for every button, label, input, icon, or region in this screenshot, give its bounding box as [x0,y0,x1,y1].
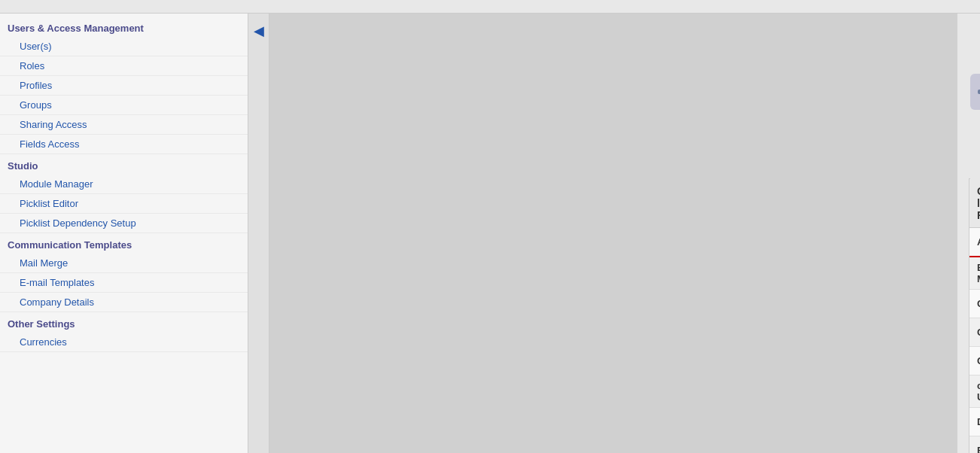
top-bar [0,0,980,14]
sidebar-item-picklist-dependency[interactable]: Picklist Dependency Setup [0,214,248,233]
app-wrapper: Users & Access Management User(s) Roles … [0,0,980,453]
main-area: Users & Access Management User(s) Roles … [0,14,980,453]
sidebar-item-profiles[interactable]: Profiles [0,76,248,96]
content-area: Settings > Editing Sharing Access Manage… [957,14,980,453]
sidebar: Users & Access Management User(s) Roles … [0,14,248,453]
rules-header: Organization-level Sharing Rules Save Pe… [969,179,980,228]
table-row: CalendarPrivatePublic: Read OnlyPublic: … [969,289,980,318]
rule-label: Campaigns [969,318,980,346]
sidebar-item-fields-access[interactable]: Fields Access [0,135,248,154]
sidebar-section-header-communication: Communication Templates [0,233,248,254]
rule-label: Assets [969,228,980,257]
rules-title: Organization-level Sharing Rules [977,185,980,221]
table-row: EmailPrivatePublic: Read OnlyPublic: Rea… [969,436,980,453]
rules-container: Organization-level Sharing Rules Save Pe… [969,178,970,453]
table-row: Business MapsPrivatePublic: Read OnlyPub… [969,257,980,290]
rules-table: AssetsPrivatePublic: Read OnlyPublic: Re… [969,228,980,453]
rule-label: coreBOS Updater [969,375,980,407]
rule-label: Calendar [969,289,980,318]
sidebar-section-header-studio: Studio [0,154,248,175]
sidebar-section-studio: Studio Module Manager Picklist Editor Pi… [0,154,248,233]
sidebar-item-groups[interactable]: Groups [0,96,248,115]
sidebar-item-mail-merge[interactable]: Mail Merge [0,254,248,273]
sidebar-section-header-other: Other Settings [0,312,248,333]
rule-label: Business Maps [969,257,980,290]
sidebar-item-roles[interactable]: Roles [0,56,248,76]
rule-label: Email [969,436,980,453]
page-icon [969,72,980,111]
sidebar-item-users[interactable]: User(s) [0,37,248,56]
sidebar-item-module-manager[interactable]: Module Manager [0,175,248,194]
sidebar-item-picklist-editor[interactable]: Picklist Editor [0,194,248,214]
rule-label: Documents [969,407,980,436]
collapse-arrow-col: ◀ [248,14,269,453]
sidebar-item-currencies[interactable]: Currencies [0,333,248,352]
collapse-sidebar-icon[interactable]: ◀ [254,23,264,39]
rule-label: Comments [969,346,980,375]
sidebar-wrapper: Users & Access Management User(s) Roles … [0,14,957,453]
sidebar-item-email-templates[interactable]: E-mail Templates [0,273,248,293]
table-row: coreBOS UpdaterPrivatePublic: Read OnlyP… [969,375,980,407]
sidebar-section-communication: Communication Templates Mail Merge E-mai… [0,233,248,312]
sidebar-section-header-users: Users & Access Management [0,17,248,37]
table-row: AssetsPrivatePublic: Read OnlyPublic: Re… [969,228,980,257]
sidebar-section-other-settings: Other Settings Currencies [0,312,248,352]
sidebar-item-company-details[interactable]: Company Details [0,293,248,312]
sidebar-item-sharing-access[interactable]: Sharing Access [0,115,248,135]
table-row: CampaignsPrivatePublic: Read OnlyPublic:… [969,318,980,346]
table-row: CommentsPrivatePublic: Read OnlyPublic: … [969,346,980,375]
table-row: DocumentsPrivatePublic: Read OnlyPublic:… [969,407,980,436]
sidebar-section-users-access: Users & Access Management User(s) Roles … [0,17,248,154]
